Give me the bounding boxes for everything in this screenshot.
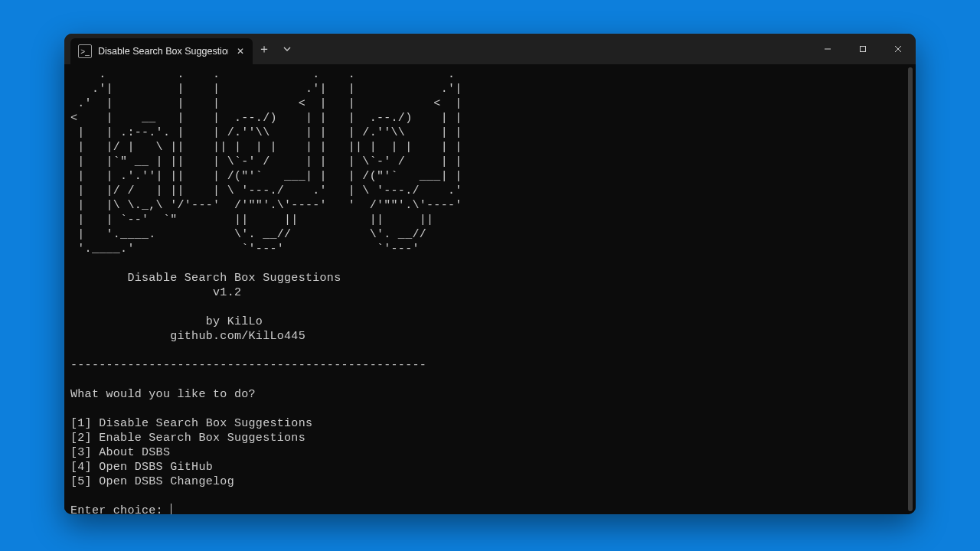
close-icon xyxy=(894,45,902,53)
terminal-scrollbar[interactable] xyxy=(906,67,914,511)
tab-title-text: Disable Search Box Suggestion xyxy=(98,46,228,57)
tab-close-button[interactable]: ✕ xyxy=(234,45,247,57)
terminal-icon: >_ xyxy=(78,44,92,58)
title-bar-drag-region[interactable] xyxy=(299,34,810,64)
scrollbar-thumb[interactable] xyxy=(908,67,913,511)
terminal-tab[interactable]: >_ Disable Search Box Suggestion ✕ xyxy=(70,38,253,64)
window-title-bar[interactable]: >_ Disable Search Box Suggestion ✕ ＋ xyxy=(64,34,916,64)
window-maximize-button[interactable] xyxy=(845,34,880,64)
desktop-background: >_ Disable Search Box Suggestion ✕ ＋ xyxy=(0,0,980,551)
chevron-down-icon xyxy=(283,45,291,53)
window-close-button[interactable] xyxy=(880,34,916,64)
new-tab-button[interactable]: ＋ xyxy=(253,34,276,64)
svg-rect-0 xyxy=(861,47,866,52)
minimize-icon xyxy=(824,45,831,53)
terminal-viewport: . . . . . . .'| | | .'| | .'| .' | | | <… xyxy=(64,64,916,514)
maximize-icon xyxy=(859,45,867,53)
terminal-window: >_ Disable Search Box Suggestion ✕ ＋ xyxy=(64,34,916,514)
terminal-output[interactable]: . . . . . . .'| | | .'| | .'| .' | | | <… xyxy=(64,64,906,514)
window-minimize-button[interactable] xyxy=(810,34,845,64)
tab-dropdown-button[interactable] xyxy=(276,34,299,64)
input-cursor xyxy=(171,504,172,514)
